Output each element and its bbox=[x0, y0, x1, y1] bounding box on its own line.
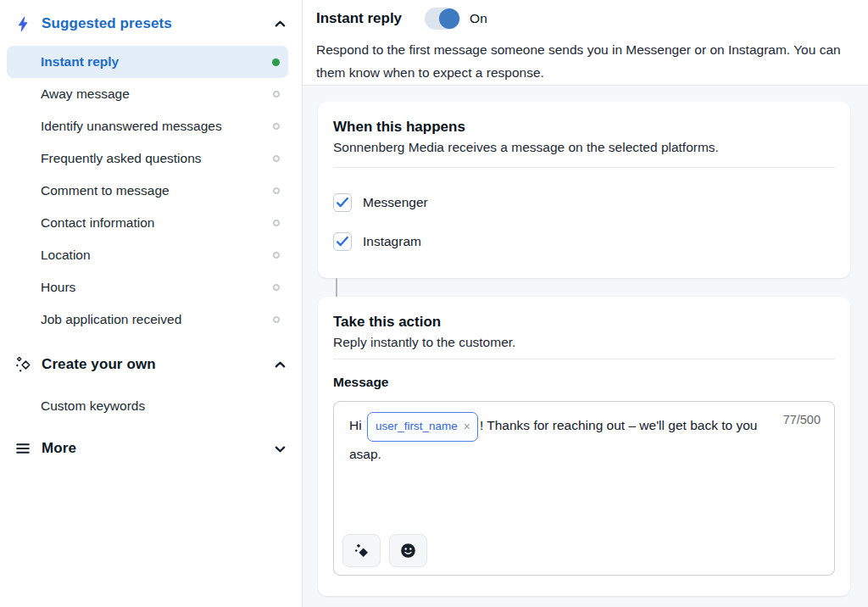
message-prefix: Hi bbox=[349, 418, 362, 432]
sidebar-item-comment-to-message[interactable]: Comment to message bbox=[7, 175, 288, 207]
card-title: When this happens bbox=[333, 119, 835, 136]
sidebar-item-identify-unanswered-messages[interactable]: Identify unanswered messages bbox=[7, 110, 288, 142]
status-dot-off-icon bbox=[273, 123, 280, 130]
sidebar-item-contact-information[interactable]: Contact information bbox=[7, 207, 288, 239]
divider bbox=[333, 167, 835, 168]
divider bbox=[333, 359, 835, 359]
message-field-label: Message bbox=[333, 375, 835, 390]
chevron-down-icon bbox=[274, 443, 287, 455]
status-dot-off-icon bbox=[273, 91, 280, 97]
sidebar-item-label: Job application received bbox=[41, 312, 181, 327]
character-counter: 77/500 bbox=[783, 413, 821, 426]
sidebar-item-label: Hours bbox=[41, 280, 75, 295]
status-dot-on-icon bbox=[272, 58, 280, 66]
status-dot-off-icon bbox=[273, 284, 280, 291]
create-your-own-header[interactable]: Create your own bbox=[0, 349, 302, 380]
emoji-button[interactable] bbox=[389, 534, 427, 567]
token-remove-icon[interactable]: × bbox=[464, 420, 470, 432]
sidebar-item-job-application-received[interactable]: Job application received bbox=[7, 304, 288, 336]
platform-row-instagram: Instagram bbox=[333, 232, 835, 251]
ai-sparkle-button[interactable] bbox=[342, 534, 381, 567]
message-text: Hi user_first_name×! Thanks for reaching… bbox=[334, 402, 762, 467]
sidebar-item-location[interactable]: Location bbox=[7, 239, 288, 271]
lightning-bolt-icon bbox=[12, 15, 34, 33]
checkmark-icon bbox=[335, 195, 350, 210]
chevron-up-icon bbox=[274, 359, 287, 371]
sidebar-item-hours[interactable]: Hours bbox=[7, 271, 288, 304]
platform-row-messenger: Messenger bbox=[333, 193, 835, 212]
status-dot-off-icon bbox=[273, 220, 280, 226]
presets-sidebar: Suggested presets Instant reply Away mes… bbox=[0, 0, 303, 607]
status-dot-off-icon bbox=[273, 155, 280, 162]
more-label: More bbox=[42, 440, 76, 457]
sidebar-item-label: Identify unanswered messages bbox=[41, 119, 222, 134]
emoji-smiley-icon bbox=[399, 542, 417, 560]
card-subtitle: Sonnenberg Media receives a message on t… bbox=[333, 140, 835, 155]
flow-connector-line bbox=[336, 278, 337, 297]
user-first-name-token[interactable]: user_first_name× bbox=[367, 412, 478, 442]
toggle-knob bbox=[439, 8, 459, 29]
chevron-up-icon bbox=[274, 18, 287, 31]
when-this-happens-card: When this happens Sonnenberg Media recei… bbox=[318, 102, 850, 278]
instant-reply-toggle[interactable] bbox=[425, 8, 460, 30]
sidebar-item-label: Comment to message bbox=[41, 183, 170, 198]
description-line-1: Respond to the first message someone sen… bbox=[316, 38, 868, 61]
suggested-presets-header[interactable]: Suggested presets bbox=[0, 8, 302, 39]
sidebar-item-label: Instant reply bbox=[41, 54, 119, 70]
toggle-state-label: On bbox=[470, 11, 487, 26]
page-title: Instant reply bbox=[316, 10, 402, 27]
ai-sparkle-icon bbox=[353, 542, 370, 560]
create-your-own-label: Create your own bbox=[42, 356, 156, 373]
more-header[interactable]: More bbox=[0, 433, 302, 464]
sidebar-item-frequently-asked-questions[interactable]: Frequently asked questions bbox=[7, 142, 288, 175]
messenger-checkbox[interactable] bbox=[333, 193, 352, 212]
card-title: Take this action bbox=[333, 314, 835, 331]
sidebar-item-label: Custom keywords bbox=[41, 398, 145, 414]
menu-lines-icon bbox=[12, 439, 34, 458]
description-line-2: them know when to expect a response. bbox=[316, 61, 868, 84]
sidebar-item-custom-keywords[interactable]: Custom keywords bbox=[7, 390, 288, 422]
preset-list: Instant reply Away message Identify unan… bbox=[0, 46, 302, 336]
instant-reply-panel: Instant reply On Respond to the first me… bbox=[303, 0, 868, 607]
sidebar-item-away-message[interactable]: Away message bbox=[7, 78, 288, 110]
sidebar-item-label: Frequently asked questions bbox=[41, 151, 202, 166]
composer-toolbar bbox=[342, 534, 427, 567]
card-subtitle: Reply instantly to the customer. bbox=[333, 335, 835, 350]
automation-settings-screen: Suggested presets Instant reply Away mes… bbox=[0, 0, 868, 607]
checkmark-icon bbox=[335, 234, 350, 249]
status-dot-off-icon bbox=[273, 252, 280, 259]
instagram-checkbox-label: Instagram bbox=[363, 234, 421, 249]
sidebar-item-label: Away message bbox=[41, 86, 130, 102]
take-this-action-card: Take this action Reply instantly to the … bbox=[318, 297, 850, 596]
sidebar-item-label: Location bbox=[41, 248, 91, 263]
suggested-presets-label: Suggested presets bbox=[42, 15, 172, 32]
instagram-checkbox[interactable] bbox=[333, 232, 352, 251]
token-label: user_first_name bbox=[376, 414, 458, 439]
sidebar-item-label: Contact information bbox=[41, 215, 154, 231]
messenger-checkbox-label: Messenger bbox=[363, 195, 428, 210]
status-dot-off-icon bbox=[273, 187, 280, 194]
feature-description: Respond to the first message someone sen… bbox=[316, 38, 868, 84]
automation-flow-area: When this happens Sonnenberg Media recei… bbox=[303, 86, 868, 607]
panel-header: Instant reply On Respond to the first me… bbox=[303, 0, 868, 86]
message-input[interactable]: Hi user_first_name×! Thanks for reaching… bbox=[333, 401, 835, 576]
status-dot-off-icon bbox=[273, 316, 280, 323]
sidebar-item-instant-reply[interactable]: Instant reply bbox=[7, 46, 288, 78]
sparkles-icon bbox=[12, 355, 34, 375]
